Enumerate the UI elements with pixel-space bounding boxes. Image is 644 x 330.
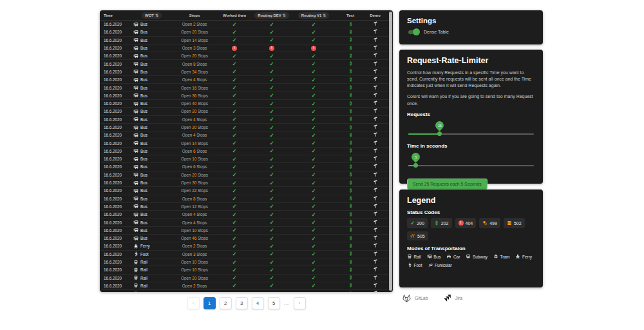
cell-demo[interactable] xyxy=(365,61,386,67)
cell-test[interactable] xyxy=(336,251,365,257)
cell-test[interactable] xyxy=(336,45,365,52)
check-icon: ✓ xyxy=(232,188,236,194)
cell-test[interactable] xyxy=(336,77,365,83)
cell-test[interactable] xyxy=(336,21,365,28)
cell-demo[interactable] xyxy=(365,251,386,257)
cell-demo[interactable] xyxy=(365,93,386,99)
time-slider-track[interactable] xyxy=(408,165,534,166)
cell-demo[interactable] xyxy=(365,220,386,226)
check-icon: ✓ xyxy=(232,124,236,131)
cell-test[interactable] xyxy=(336,282,365,289)
requests-slider[interactable]: 25 xyxy=(408,120,534,139)
cell-test[interactable] xyxy=(336,29,365,35)
cell-demo[interactable] xyxy=(365,275,386,281)
pagination-page-1[interactable]: 1 xyxy=(204,297,216,309)
cell-test[interactable] xyxy=(336,171,365,178)
cell-demo[interactable] xyxy=(365,85,386,91)
cell-demo[interactable] xyxy=(365,45,386,51)
check-icon: ✓ xyxy=(232,235,236,242)
pagination-prev-button[interactable]: ‹ xyxy=(187,297,200,309)
pagination-page-5[interactable]: 5 xyxy=(268,297,280,309)
cell-test[interactable] xyxy=(336,124,365,131)
cell-test[interactable] xyxy=(336,275,365,281)
cell-demo[interactable] xyxy=(365,235,386,241)
transport-modes-list: RailBusCarSubwayTramFerryFootFunicular xyxy=(407,254,535,267)
cell-demo[interactable] xyxy=(365,53,386,59)
cell-test[interactable] xyxy=(336,235,365,242)
cell-demo[interactable] xyxy=(365,101,386,106)
cell-demo[interactable] xyxy=(365,196,386,202)
cell-demo[interactable] xyxy=(365,29,386,35)
cell-routing-v1: ✓ xyxy=(291,282,336,289)
cell-test[interactable] xyxy=(336,140,365,146)
cell-demo[interactable] xyxy=(365,117,386,122)
cell-test[interactable] xyxy=(336,84,365,91)
requests-slider-thumb[interactable] xyxy=(437,131,442,136)
cell-test[interactable] xyxy=(336,267,365,273)
cell-demo[interactable] xyxy=(365,37,386,43)
cell-worked-then: ✓ xyxy=(216,68,252,75)
column-header-wot[interactable]: WOT⇅ xyxy=(131,12,173,19)
column-header-routing-v1[interactable]: Routing V1⇅ xyxy=(291,12,336,19)
cell-test[interactable] xyxy=(336,180,365,186)
cell-demo[interactable] xyxy=(365,21,386,27)
cell-demo[interactable] xyxy=(365,69,386,75)
cell-demo[interactable] xyxy=(365,132,386,138)
table-row: 16.6.2020 Bus Open 4 Stops ✓ ✓ ✓ xyxy=(100,116,393,124)
cell-demo[interactable] xyxy=(365,156,386,162)
cell-test[interactable] xyxy=(336,92,365,99)
cell-test[interactable] xyxy=(336,116,365,122)
cell-demo[interactable] xyxy=(365,228,386,233)
pagination-page-2[interactable]: 2 xyxy=(220,297,232,309)
dense-table-toggle[interactable] xyxy=(407,29,420,35)
pagination-page-4[interactable]: 4 xyxy=(252,297,264,309)
cell-demo[interactable] xyxy=(365,211,386,217)
cell-test[interactable] xyxy=(336,227,365,233)
cell-test[interactable] xyxy=(336,61,365,67)
cell-demo[interactable] xyxy=(365,77,386,82)
cell-stops: Open 2 Stops xyxy=(173,291,216,292)
cell-test[interactable] xyxy=(336,156,365,162)
cell-demo[interactable] xyxy=(365,204,386,209)
cell-test[interactable] xyxy=(336,148,365,154)
gitlab-link[interactable]: GitLab xyxy=(402,293,428,303)
cell-test[interactable] xyxy=(336,195,365,202)
cell-demo[interactable] xyxy=(365,124,386,130)
cell-demo[interactable] xyxy=(365,291,386,292)
cell-stops: Open 14 Stops xyxy=(173,38,216,43)
cell-test[interactable] xyxy=(336,219,365,226)
cell-test[interactable] xyxy=(336,203,365,209)
cell-demo[interactable] xyxy=(365,172,386,178)
pagination-page-3[interactable]: 3 xyxy=(236,297,248,309)
send-requests-button[interactable]: Send 25 Requests each 5 Seconds xyxy=(407,179,488,189)
cell-test[interactable] xyxy=(336,164,365,170)
jira-link[interactable]: Jira xyxy=(442,293,462,303)
cell-test[interactable] xyxy=(336,68,365,75)
cell-test[interactable] xyxy=(336,101,365,107)
time-slider[interactable]: 5 xyxy=(408,151,534,171)
cell-test[interactable] xyxy=(336,211,365,218)
cell-demo[interactable] xyxy=(365,267,386,273)
cell-demo[interactable] xyxy=(365,148,386,154)
cell-test[interactable] xyxy=(336,291,365,292)
cell-test[interactable] xyxy=(336,259,365,266)
cell-demo[interactable] xyxy=(365,164,386,170)
pagination-next-button[interactable]: › xyxy=(294,297,306,309)
cell-demo[interactable] xyxy=(365,283,386,289)
cell-demo[interactable] xyxy=(365,188,386,193)
cell-demo[interactable] xyxy=(365,243,386,249)
cell-test[interactable] xyxy=(336,53,365,59)
cell-test[interactable] xyxy=(336,243,365,249)
cell-demo[interactable] xyxy=(365,259,386,265)
table-scrollbar[interactable] xyxy=(389,12,392,291)
time-slider-thumb[interactable] xyxy=(413,163,418,168)
cell-test[interactable] xyxy=(336,132,365,139)
column-header-routing-dev[interactable]: Routing DEV⇅ xyxy=(252,12,291,19)
hammer-icon xyxy=(373,124,378,130)
cell-test[interactable] xyxy=(336,37,365,43)
cell-demo[interactable] xyxy=(365,180,386,186)
cell-test[interactable] xyxy=(336,188,365,194)
cell-demo[interactable] xyxy=(365,141,386,146)
cell-test[interactable] xyxy=(336,108,365,115)
cell-demo[interactable] xyxy=(365,108,386,114)
